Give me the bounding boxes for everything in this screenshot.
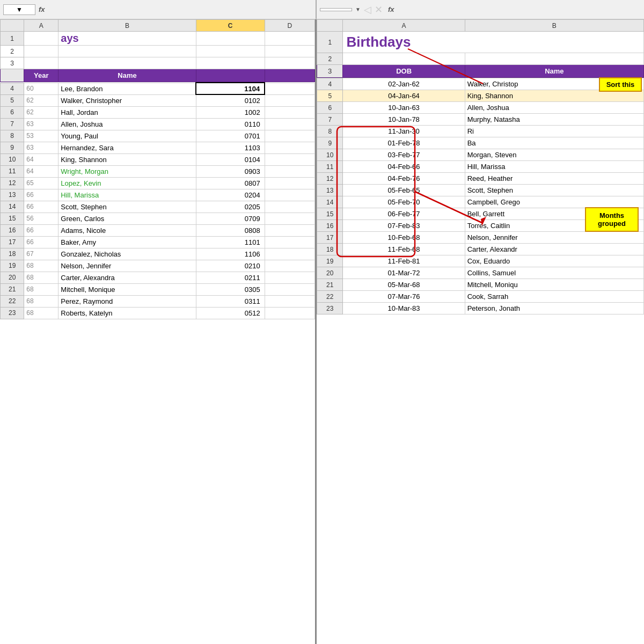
left-code-cell[interactable]: 1106: [196, 248, 265, 260]
left-code-cell[interactable]: 0305: [196, 283, 265, 295]
right-name-cell[interactable]: Cox, Eduardo: [465, 255, 643, 267]
right-name-cell[interactable]: Cook, Sarrah: [465, 291, 643, 303]
right-col-b-header[interactable]: B: [465, 20, 643, 32]
right-dob-cell[interactable]: 05-Mar-68: [343, 279, 465, 291]
right-dob-cell[interactable]: 10-Jan-63: [343, 102, 465, 114]
left-empty-cell[interactable]: [265, 189, 314, 201]
left-code-cell[interactable]: 0210: [196, 260, 265, 272]
left-col-c-header[interactable]: C: [196, 20, 265, 32]
left-year-cell[interactable]: 64: [24, 153, 58, 165]
right-name-cell[interactable]: Collins, Samuel: [465, 267, 643, 279]
right-dob-cell[interactable]: 10-Jan-78: [343, 114, 465, 126]
left-code-cell[interactable]: 0903: [196, 165, 265, 177]
left-year-cell[interactable]: 53: [24, 130, 58, 142]
left-name-cell[interactable]: Walker, Christopher: [58, 94, 196, 106]
left-year-cell[interactable]: 68: [24, 307, 58, 319]
left-name-cell[interactable]: Green, Carlos: [58, 213, 196, 224]
left-col-b-header[interactable]: B: [58, 20, 196, 32]
right-name-cell[interactable]: Campbell, Grego: [465, 196, 643, 208]
left-year-cell[interactable]: 68: [24, 295, 58, 307]
right-dob-cell[interactable]: 11-Jan-30: [343, 126, 465, 137]
left-year-cell[interactable]: 67: [24, 248, 58, 260]
left-year-cell[interactable]: 68: [24, 272, 58, 283]
left-empty-cell[interactable]: [265, 283, 314, 295]
right-dob-cell[interactable]: 04-Feb-76: [343, 173, 465, 185]
left-empty-cell[interactable]: [265, 236, 314, 248]
left-code-cell[interactable]: 0701: [196, 130, 265, 142]
right-name-cell[interactable]: Ba: [465, 137, 643, 149]
left-year-cell[interactable]: 60: [24, 83, 58, 94]
right-dob-cell[interactable]: 11-Feb-68: [343, 244, 465, 255]
right-dob-cell[interactable]: 05-Feb-65: [343, 185, 465, 196]
left-empty-cell[interactable]: [265, 260, 314, 272]
left-code-cell[interactable]: 1103: [196, 142, 265, 153]
left-year-cell[interactable]: 66: [24, 189, 58, 201]
left-year-cell[interactable]: 65: [24, 177, 58, 189]
left-code-cell[interactable]: 0102: [196, 94, 265, 106]
left-name-cell[interactable]: Baker, Amy: [58, 236, 196, 248]
left-code-cell[interactable]: 0709: [196, 213, 265, 224]
left-name-cell[interactable]: Hernandez, Sara: [58, 142, 196, 153]
left-name-cell[interactable]: Mitchell, Monique: [58, 283, 196, 295]
left-code-cell[interactable]: 0311: [196, 295, 265, 307]
left-name-cell[interactable]: Perez, Raymond: [58, 295, 196, 307]
left-code-cell[interactable]: 1104: [196, 83, 265, 94]
left-year-cell[interactable]: 66: [24, 201, 58, 213]
left-name-cell[interactable]: Nelson, Jennifer: [58, 260, 196, 272]
left-empty-cell[interactable]: [265, 177, 314, 189]
right-dob-cell[interactable]: 04-Jan-64: [343, 90, 465, 102]
right-dob-cell[interactable]: 07-Mar-76: [343, 291, 465, 303]
left-name-cell[interactable]: King, Shannon: [58, 153, 196, 165]
left-name-cell[interactable]: Scott, Stephen: [58, 201, 196, 213]
right-dob-cell[interactable]: 01-Feb-78: [343, 137, 465, 149]
left-code-cell[interactable]: 0110: [196, 118, 265, 130]
left-empty-cell[interactable]: [265, 153, 314, 165]
left-year-cell[interactable]: 63: [24, 142, 58, 153]
left-year-cell[interactable]: 68: [24, 260, 58, 272]
left-col-d-header[interactable]: D: [265, 20, 314, 32]
left-code-cell[interactable]: 0204: [196, 189, 265, 201]
left-r1-c[interactable]: [196, 32, 265, 46]
left-year-cell[interactable]: 66: [24, 224, 58, 236]
right-name-cell[interactable]: Mitchell, Moniqu: [465, 279, 643, 291]
left-name-cell[interactable]: Young, Paul: [58, 130, 196, 142]
left-name-cell[interactable]: Carter, Alexandra: [58, 272, 196, 283]
left-col-a-header[interactable]: A: [24, 20, 58, 32]
left-name-cell[interactable]: Hall, Jordan: [58, 106, 196, 118]
left-empty-cell[interactable]: [265, 94, 314, 106]
left-year-cell[interactable]: 62: [24, 94, 58, 106]
left-empty-cell[interactable]: [265, 201, 314, 213]
right-dob-cell[interactable]: 03-Feb-77: [343, 149, 465, 161]
right-cell-ref[interactable]: [320, 8, 352, 11]
left-empty-cell[interactable]: [265, 118, 314, 130]
left-name-cell[interactable]: Wright, Morgan: [58, 165, 196, 177]
right-dob-cell[interactable]: 05-Feb-70: [343, 196, 465, 208]
left-empty-cell[interactable]: [265, 213, 314, 224]
right-cell-ref-dropdown[interactable]: ▼: [355, 6, 361, 12]
right-dob-cell[interactable]: 10-Feb-68: [343, 232, 465, 244]
left-code-cell[interactable]: 0205: [196, 201, 265, 213]
left-year-cell[interactable]: 64: [24, 165, 58, 177]
left-name-cell[interactable]: Roberts, Katelyn: [58, 307, 196, 319]
right-dob-cell[interactable]: 02-Jan-62: [343, 78, 465, 90]
left-code-cell[interactable]: 0807: [196, 177, 265, 189]
left-code-cell[interactable]: 0808: [196, 224, 265, 236]
left-empty-cell[interactable]: [265, 130, 314, 142]
left-empty-cell[interactable]: [265, 295, 314, 307]
right-name-cell[interactable]: Scott, Stephen: [465, 185, 643, 196]
right-dob-cell[interactable]: 10-Mar-83: [343, 303, 465, 314]
left-name-cell[interactable]: Gonzalez, Nicholas: [58, 248, 196, 260]
right-name-cell[interactable]: Hill, Marissa: [465, 161, 643, 173]
left-r1-d[interactable]: [265, 32, 314, 46]
left-empty-cell[interactable]: [265, 106, 314, 118]
left-year-cell[interactable]: 56: [24, 213, 58, 224]
left-name-cell[interactable]: Allen, Joshua: [58, 118, 196, 130]
left-name-cell[interactable]: Lopez, Kevin: [58, 177, 196, 189]
right-dob-cell[interactable]: 04-Feb-66: [343, 161, 465, 173]
right-dob-cell[interactable]: 06-Feb-77: [343, 208, 465, 220]
left-code-cell[interactable]: 0512: [196, 307, 265, 319]
right-name-cell[interactable]: Ri: [465, 126, 643, 137]
left-empty-cell[interactable]: [265, 142, 314, 153]
right-name-cell[interactable]: Murphy, Natasha: [465, 114, 643, 126]
right-dob-cell[interactable]: 11-Feb-81: [343, 255, 465, 267]
